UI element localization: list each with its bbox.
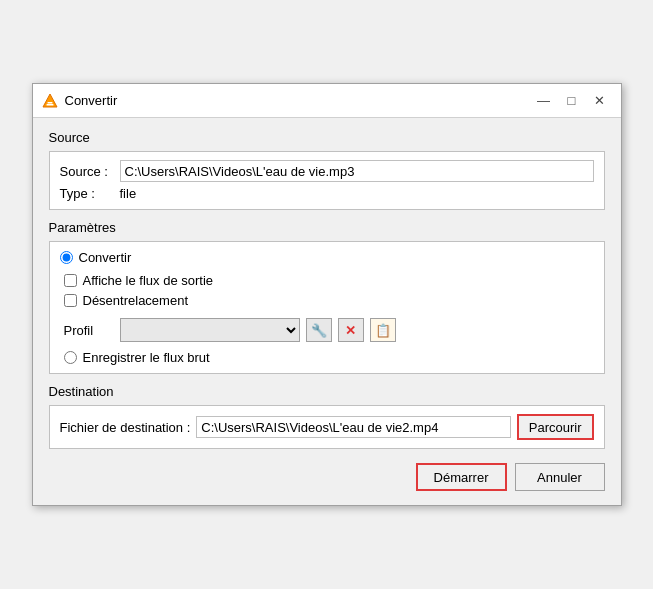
convert-radio[interactable] (60, 251, 73, 264)
destination-section: Destination Fichier de destination : Par… (49, 384, 605, 449)
wrench-button[interactable]: 🔧 (306, 318, 332, 342)
wrench-icon: 🔧 (311, 323, 327, 338)
convert-label: Convertir (79, 250, 132, 265)
profil-label: Profil (64, 323, 114, 338)
source-box: Source : Type : file (49, 151, 605, 210)
source-field-row: Source : (60, 160, 594, 182)
params-section: Paramètres Convertir Affiche le flux de … (49, 220, 605, 374)
affiche-checkbox[interactable] (64, 274, 77, 287)
raw-radio[interactable] (64, 351, 77, 364)
save-icon: 📋 (375, 323, 391, 338)
bottom-buttons: Démarrer Annuler (49, 461, 605, 491)
delete-icon: ✕ (345, 323, 356, 338)
profil-select[interactable] (120, 318, 300, 342)
destination-box: Fichier de destination : Parcourir (49, 405, 605, 449)
minimize-button[interactable]: — (531, 90, 557, 112)
fichier-label: Fichier de destination : (60, 420, 191, 435)
delete-profile-button[interactable]: ✕ (338, 318, 364, 342)
svg-rect-1 (47, 102, 52, 104)
window-title: Convertir (65, 93, 118, 108)
svg-rect-2 (46, 104, 53, 106)
type-value: file (120, 186, 137, 201)
annuler-button[interactable]: Annuler (515, 463, 605, 491)
source-input[interactable] (120, 160, 594, 182)
params-box: Convertir Affiche le flux de sortie Dése… (49, 241, 605, 374)
vlc-icon (41, 92, 59, 110)
destination-input[interactable] (196, 416, 510, 438)
source-section-label: Source (49, 130, 605, 145)
source-section: Source Source : Type : file (49, 130, 605, 210)
type-field-row: Type : file (60, 186, 594, 201)
title-bar-left: Convertir (41, 92, 118, 110)
desentrelacement-checkbox[interactable] (64, 294, 77, 307)
demarrer-button[interactable]: Démarrer (416, 463, 507, 491)
window-content: Source Source : Type : file Paramètres C… (33, 118, 621, 505)
title-buttons: — □ ✕ (531, 90, 613, 112)
desentrelacement-checkbox-row: Désentrelacement (64, 293, 594, 308)
destination-section-label: Destination (49, 384, 605, 399)
params-section-label: Paramètres (49, 220, 605, 235)
type-label: Type : (60, 186, 120, 201)
title-bar: Convertir — □ ✕ (33, 84, 621, 118)
convert-radio-row: Convertir (60, 250, 594, 265)
raw-radio-row: Enregistrer le flux brut (64, 350, 594, 365)
destination-row: Fichier de destination : Parcourir (60, 414, 594, 440)
affiche-label: Affiche le flux de sortie (83, 273, 214, 288)
main-window: Convertir — □ ✕ Source Source : Type : f… (32, 83, 622, 506)
source-label: Source : (60, 164, 120, 179)
parcourir-button[interactable]: Parcourir (517, 414, 594, 440)
maximize-button[interactable]: □ (559, 90, 585, 112)
close-button[interactable]: ✕ (587, 90, 613, 112)
raw-label: Enregistrer le flux brut (83, 350, 210, 365)
save-profile-button[interactable]: 📋 (370, 318, 396, 342)
affiche-checkbox-row: Affiche le flux de sortie (64, 273, 594, 288)
profil-row: Profil 🔧 ✕ 📋 (64, 318, 594, 342)
desentrelacement-label: Désentrelacement (83, 293, 189, 308)
